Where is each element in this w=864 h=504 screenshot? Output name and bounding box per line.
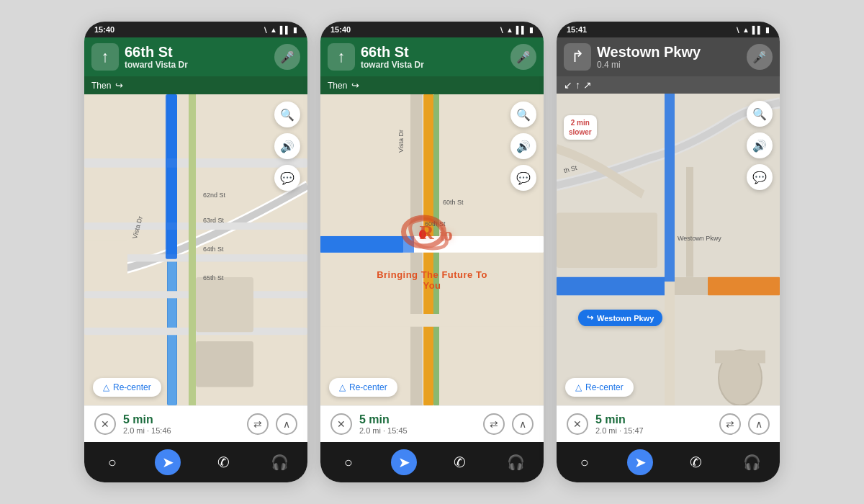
phone-nav-icon-1[interactable]: ✆ xyxy=(211,449,237,475)
map-controls-1: 🔍 🔊 💬 xyxy=(274,102,300,191)
street-label-60th-map2: 60th St xyxy=(443,199,464,206)
expand-button-3[interactable]: ∧ xyxy=(748,413,770,435)
signal-icon-3: ▌▌ xyxy=(752,26,762,34)
route-button-3[interactable]: ⇄ xyxy=(719,413,741,435)
toward-name-1: Vista Dr xyxy=(156,60,188,70)
map-background-2: 60th St 60th St Vista Dr 🔍 🔊 💬 △ Re-cent… xyxy=(320,94,544,405)
recenter-label-2: Re-center xyxy=(349,382,387,392)
recenter-icon-2: △ xyxy=(339,382,346,392)
map-background-1: 62nd St 63rd St 64th St 65th St Vista Dr… xyxy=(84,94,307,405)
home-nav-icon-2[interactable]: ○ xyxy=(336,449,361,475)
sound-button-1[interactable]: 🔊 xyxy=(274,133,300,159)
turn-icon-up-3: ↑ xyxy=(575,79,580,91)
sub-turns-bar-3: ↙ ↑ ↗ xyxy=(557,76,780,94)
street-info-2: 66th St toward Vista Dr xyxy=(361,44,505,70)
svg-rect-32 xyxy=(686,167,693,277)
then-bar-2: Then ↪ xyxy=(320,76,544,94)
navigate-nav-icon-1[interactable]: ➤ xyxy=(155,449,181,475)
svg-rect-27 xyxy=(557,277,672,295)
battery-icon-1: ▮ xyxy=(293,26,297,34)
status-icons-3: ∖ ▲ ▌▌ ▮ xyxy=(735,26,770,34)
report-button-3[interactable]: 💬 xyxy=(747,164,773,190)
mic-button-2[interactable]: 🎤 xyxy=(510,44,536,70)
street-label-60th-b: 60th St xyxy=(425,220,446,228)
recenter-label-1: Re-center xyxy=(113,382,151,392)
sound-button-2[interactable]: 🔊 xyxy=(510,133,536,159)
status-time-2: 15:40 xyxy=(330,25,351,34)
mic-button-3[interactable]: 🎤 xyxy=(747,44,773,70)
status-bar-2: 15:40 ∖ ▲ ▌▌ ▮ xyxy=(320,22,544,37)
bottom-nav-2: ○ ➤ ✆ 🎧 xyxy=(320,442,544,482)
svg-rect-7 xyxy=(189,94,196,405)
headphone-nav-icon-2[interactable]: 🎧 xyxy=(503,449,528,475)
map-area-1: 62nd St 63rd St 64th St 65th St Vista Dr… xyxy=(84,94,307,405)
navigate-nav-icon-2[interactable]: ➤ xyxy=(391,449,417,475)
map-controls-3: 🔍 🔊 💬 xyxy=(747,101,773,190)
navigate-nav-icon-3[interactable]: ➤ xyxy=(627,449,653,475)
phone-nav-icon-3[interactable]: ✆ xyxy=(683,449,709,475)
westown-road-badge-3[interactable]: ↪ Westown Pkwy xyxy=(578,310,662,326)
svg-rect-20 xyxy=(320,314,544,327)
signal-icon-2: ▌▌ xyxy=(516,26,526,34)
trip-info-1: 5 min 2.0 mi · 15:46 xyxy=(123,413,240,435)
phone-nav-icon-2[interactable]: ✆ xyxy=(447,449,473,475)
trip-details-3: 2.0 mi · 15:47 xyxy=(595,426,712,435)
status-icons-1: ∖ ▲ ▌▌ ▮ xyxy=(263,26,297,34)
headphone-nav-icon-1[interactable]: 🎧 xyxy=(266,449,292,475)
close-button-1[interactable]: ✕ xyxy=(94,413,116,435)
then-label-1: Then xyxy=(91,81,111,91)
expand-button-2[interactable]: ∧ xyxy=(512,413,534,435)
status-time-3: 15:41 xyxy=(567,25,587,34)
street-toward-2: toward Vista Dr xyxy=(361,60,505,70)
nav-header-top-row-3: ↱ Westown Pkwy 0.4 mi 🎤 xyxy=(564,43,773,71)
phone-2: 15:40 ∖ ▲ ▌▌ ▮ ↑ 66th St toward Vista Dr… xyxy=(320,22,544,482)
status-icons-2: ∖ ▲ ▌▌ ▮ xyxy=(499,26,534,34)
trip-details-1: 2.0 mi · 15:46 xyxy=(123,426,240,435)
svg-rect-11 xyxy=(166,94,177,259)
recenter-button-1[interactable]: △ Re-center xyxy=(93,378,161,397)
route-button-2[interactable]: ⇄ xyxy=(483,413,505,435)
close-button-3[interactable]: ✕ xyxy=(567,413,588,435)
svg-rect-30 xyxy=(665,94,675,282)
nav-header-1: ↑ 66th St toward Vista Dr 🎤 xyxy=(84,37,307,76)
phone-3: 15:41 ∖ ▲ ▌▌ ▮ ↱ Westown Pkwy 0.4 mi 🎤 ↙… xyxy=(557,22,780,482)
map-background-3: th St Westown Pkwy 2 minslower ↪ Westown… xyxy=(557,94,780,405)
search-button-1[interactable]: 🔍 xyxy=(274,102,300,127)
search-button-3[interactable]: 🔍 xyxy=(747,101,773,127)
svg-rect-28 xyxy=(708,277,780,295)
home-nav-icon-3[interactable]: ○ xyxy=(572,449,598,475)
battery-icon-2: ▮ xyxy=(529,26,534,34)
status-time-1: 15:40 xyxy=(94,25,114,34)
sound-button-3[interactable]: 🔊 xyxy=(747,132,773,158)
up-arrow-icon-2: ↑ xyxy=(338,49,346,65)
phone-1: 15:40 ∖ ▲ ▌▌ ▮ ↑ 66th St toward Vista Dr… xyxy=(84,22,307,482)
home-nav-icon-1[interactable]: ○ xyxy=(99,449,125,475)
toward-name-2: Vista Dr xyxy=(392,60,424,70)
wifi-icon-3: ▲ xyxy=(742,26,750,34)
map-controls-2: 🔍 🔊 💬 xyxy=(510,102,536,191)
headphone-nav-icon-3[interactable]: 🎧 xyxy=(739,449,765,475)
nav-header-3: ↱ Westown Pkwy 0.4 mi 🎤 xyxy=(557,37,780,76)
expand-button-1[interactable]: ∧ xyxy=(276,413,297,435)
street-label-westown-map3: Westown Pkwy xyxy=(678,235,721,242)
route-button-1[interactable]: ⇄ xyxy=(247,413,269,435)
mic-button-1[interactable]: 🎤 xyxy=(274,44,300,70)
recenter-button-2[interactable]: △ Re-center xyxy=(329,378,397,397)
bottom-bar-2: ✕ 5 min 2.0 mi · 15:45 ⇄ ∧ xyxy=(320,405,544,442)
westown-badge-arrow: ↪ xyxy=(587,313,593,323)
report-button-1[interactable]: 💬 xyxy=(274,165,300,191)
svg-rect-14 xyxy=(423,94,433,240)
street-name-2: 66th St xyxy=(361,44,505,60)
turn-icon-left-3: ↙ xyxy=(564,79,572,91)
recenter-icon-1: △ xyxy=(103,382,109,392)
svg-rect-21 xyxy=(320,236,414,253)
close-button-2[interactable]: ✕ xyxy=(330,413,352,435)
then-label-2: Then xyxy=(328,81,347,91)
recenter-button-3[interactable]: △ Re-center xyxy=(565,378,634,397)
then-bar-1: Then ↪ xyxy=(84,76,307,94)
street-label-65th: 65th St xyxy=(203,274,224,282)
trip-info-3: 5 min 2.0 mi · 15:47 xyxy=(595,413,712,435)
turn-icons-3: ↙ ↑ ↗ xyxy=(564,79,592,91)
search-button-2[interactable]: 🔍 xyxy=(510,102,536,127)
report-button-2[interactable]: 💬 xyxy=(510,165,536,191)
